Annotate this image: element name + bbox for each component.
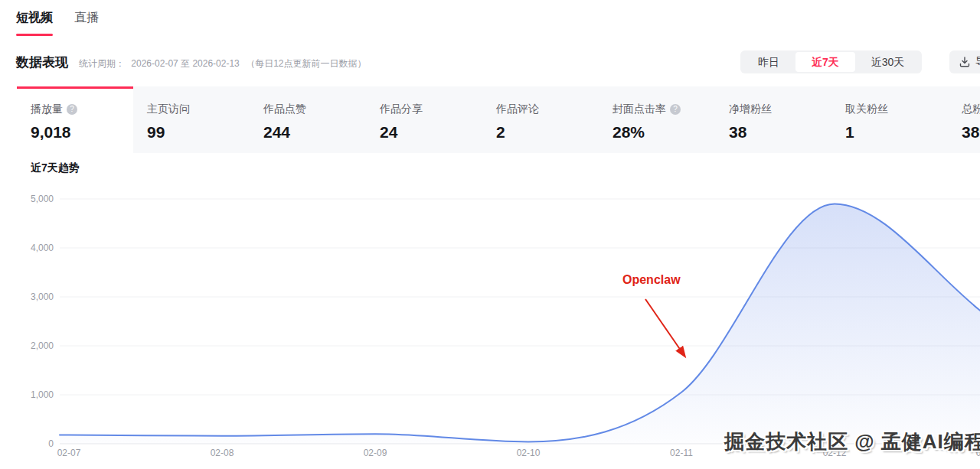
x-tick-label: 02-07 [46,448,92,458]
annotation-text: Openclaw [622,273,681,287]
y-tick-label: 1,000 [17,389,54,400]
trend-area-chart[interactable] [0,0,980,469]
analytics-page: 短视频 直播 数据表现 统计周期： 2026-02-07 至 2026-02-1… [0,0,980,469]
trend-area-fill [60,204,980,444]
x-tick-label: 02-10 [505,448,551,458]
x-tick-label: 02-08 [199,448,245,458]
watermark: 掘金技术社区 @ 孟健AI编程 [724,428,980,455]
y-tick-label: 3,000 [17,291,54,302]
y-tick-label: 2,000 [17,340,54,351]
y-tick-label: 5,000 [17,194,54,204]
x-tick-label: 02-11 [658,448,704,458]
y-tick-label: 4,000 [17,243,54,253]
annotation-arrow [645,299,684,356]
x-tick-label: 02-09 [352,448,398,458]
